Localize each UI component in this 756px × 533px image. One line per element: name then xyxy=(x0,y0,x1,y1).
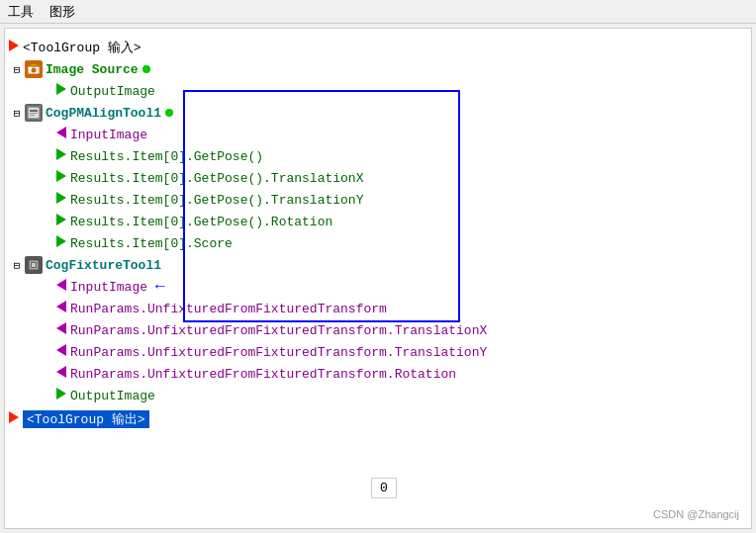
connection-arrow-left: ← xyxy=(155,278,165,296)
toolgroup-output-label: <ToolGroup 输出> xyxy=(23,410,149,428)
svg-rect-9 xyxy=(32,263,36,267)
results-getpose-label: Results.Item[0].GetPose() xyxy=(70,149,263,164)
runparams-translationy-row: RunParams.UnfixturedFromFixturedTransfor… xyxy=(9,341,747,363)
expand-minus-3[interactable]: ⊟ xyxy=(9,259,25,272)
input-arrow-5 xyxy=(56,344,70,360)
output-image-2-row: OutputImage xyxy=(9,385,747,406)
results-rotation-row: Results.Item[0].GetPose().Rotation xyxy=(9,211,747,232)
arrow-right-red-icon xyxy=(9,411,19,427)
results-translationx-row: Results.Item[0].GetPose().TranslationX xyxy=(9,167,747,189)
svg-rect-5 xyxy=(30,113,38,114)
output-image-1-label: OutputImage xyxy=(70,84,155,99)
image-source-label: Image Source xyxy=(46,62,139,77)
input-image-2-row: InputImage ← xyxy=(9,276,747,298)
cogfixture-row[interactable]: ⊟ CogFixtureTool1 xyxy=(9,254,747,276)
runparams-transform-label: RunParams.UnfixturedFromFixturedTransfor… xyxy=(70,302,387,316)
watermark: CSDN @Zhangcij xyxy=(653,508,739,520)
input-image-2-label: InputImage xyxy=(70,280,147,295)
output-arrow-5 xyxy=(56,214,70,229)
output-arrow-7 xyxy=(56,388,70,403)
results-rotation-label: Results.Item[0].GetPose().Rotation xyxy=(70,215,332,229)
runparams-transform-row: RunParams.UnfixturedFromFixturedTransfor… xyxy=(9,298,747,319)
results-translationy-label: Results.Item[0].GetPose().TranslationY xyxy=(70,193,363,208)
expand-minus-2[interactable]: ⊟ xyxy=(9,107,25,120)
arrow-right-icon xyxy=(9,40,19,55)
runparams-rotation-row: RunParams.UnfixturedFromFixturedTransfor… xyxy=(9,363,747,385)
output-image-2-label: OutputImage xyxy=(70,389,155,403)
tree-container: <ToolGroup 输入> ⊟ Image Source OutputImag… xyxy=(5,29,751,438)
results-score-label: Results.Item[0].Score xyxy=(70,236,233,251)
toolgroup-input-row: <ToolGroup 输入> xyxy=(9,37,747,58)
input-arrow-1 xyxy=(56,127,70,142)
output-arrow-3 xyxy=(56,170,70,186)
toolgroup-input-label: <ToolGroup 输入> xyxy=(23,39,142,56)
output-arrow-6 xyxy=(56,235,70,251)
output-arrow-4 xyxy=(56,192,70,208)
svg-rect-6 xyxy=(30,115,35,116)
menu-tools[interactable]: 工具 xyxy=(8,3,34,21)
input-arrow-2 xyxy=(56,279,70,295)
align-tool-icon xyxy=(25,104,43,122)
input-arrow-6 xyxy=(56,366,70,382)
input-arrow-4 xyxy=(56,322,70,338)
runparams-translationy-label: RunParams.UnfixturedFromFixturedTransfor… xyxy=(70,345,487,360)
number-box: 0 xyxy=(371,478,397,498)
output-arrow-1 xyxy=(56,83,70,99)
runparams-rotation-label: RunParams.UnfixturedFromFixturedTransfor… xyxy=(70,367,456,382)
main-content: <ToolGroup 输入> ⊟ Image Source OutputImag… xyxy=(4,28,752,529)
runparams-translationx-row: RunParams.UnfixturedFromFixturedTransfor… xyxy=(9,319,747,341)
svg-rect-4 xyxy=(30,110,38,112)
results-getpose-row: Results.Item[0].GetPose() xyxy=(9,145,747,167)
camera-icon xyxy=(25,60,43,78)
input-image-1-label: InputImage xyxy=(70,128,147,142)
cogfixture-label: CogFixtureTool1 xyxy=(46,258,161,273)
svg-rect-2 xyxy=(31,64,37,67)
cogfm-align-row[interactable]: ⊟ CogPMAlignTool1 xyxy=(9,102,747,124)
green-dot-1 xyxy=(142,65,150,73)
image-source-row[interactable]: ⊟ Image Source xyxy=(9,58,747,80)
green-dot-2 xyxy=(165,109,173,117)
top-menu: 工具 图形 xyxy=(0,0,756,24)
cogfm-align-label: CogPMAlignTool1 xyxy=(46,106,161,121)
runparams-translationx-label: RunParams.UnfixturedFromFixturedTransfor… xyxy=(70,323,487,338)
results-translationx-label: Results.Item[0].GetPose().TranslationX xyxy=(70,171,363,186)
results-score-row: Results.Item[0].Score xyxy=(9,232,747,254)
svg-point-1 xyxy=(32,68,37,73)
input-arrow-3 xyxy=(56,301,70,316)
input-image-1-row: InputImage xyxy=(9,124,747,145)
output-arrow-2 xyxy=(56,148,70,164)
toolgroup-output-row[interactable]: <ToolGroup 输出> xyxy=(9,408,747,430)
results-translationy-row: Results.Item[0].GetPose().TranslationY xyxy=(9,189,747,211)
menu-graphics[interactable]: 图形 xyxy=(49,3,75,21)
fixture-tool-icon xyxy=(25,256,43,274)
output-image-1-row: OutputImage xyxy=(9,80,747,102)
expand-minus[interactable]: ⊟ xyxy=(9,63,25,76)
